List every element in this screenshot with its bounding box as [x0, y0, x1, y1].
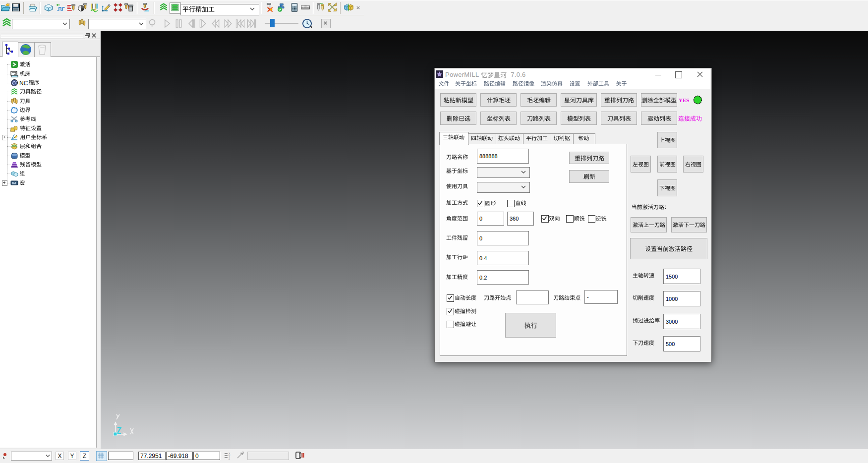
svg-text:Z: Z	[229, 457, 230, 460]
